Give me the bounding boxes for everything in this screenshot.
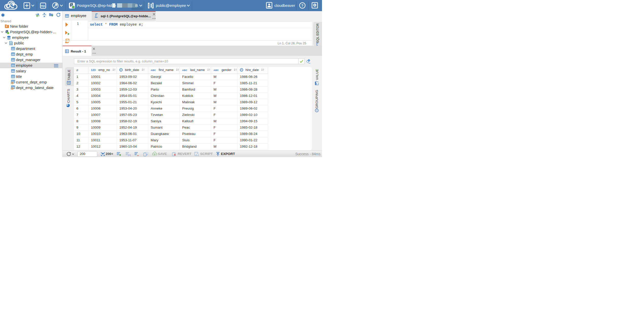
svg-text:(+): (+) [128, 154, 131, 156]
svg-text:SQL: SQL [41, 4, 46, 7]
svg-text:?: ? [301, 4, 304, 8]
